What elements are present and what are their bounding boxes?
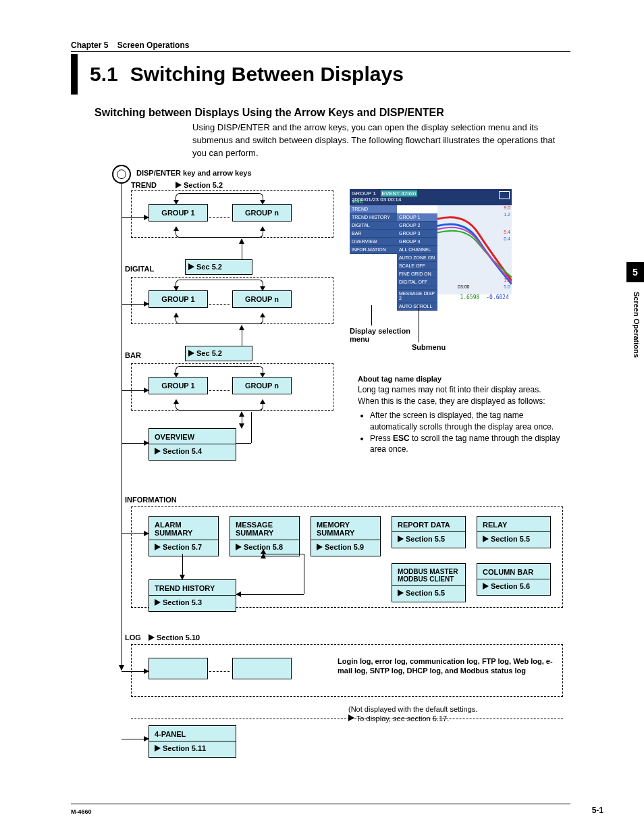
loop-arrows xyxy=(176,193,263,204)
line xyxy=(236,443,251,444)
arrow xyxy=(122,217,149,218)
report-data-box: REPORT DATA Section 5.5 xyxy=(392,516,466,548)
about-p1: Long tag names may not fit into their di… xyxy=(358,384,560,407)
loop-arrows xyxy=(176,313,263,324)
menu-callout: Display selection menu xyxy=(350,327,424,343)
screenshot-menu: TREND TREND HISTORY DIGITAL BAR OVERVIEW… xyxy=(350,205,397,254)
triangle-icon xyxy=(155,448,161,454)
triangle-icon xyxy=(155,544,161,550)
box-title: MESSAGE SUMMARY xyxy=(236,521,294,537)
log-label: LOG xyxy=(125,633,141,642)
arrow xyxy=(122,443,149,444)
box-title: ALARM SUMMARY xyxy=(155,521,213,537)
digital-group1: GROUP 1 xyxy=(149,290,208,308)
box-title: MODBUS MASTER MODBUS CLIENT xyxy=(398,568,460,583)
arrow xyxy=(182,554,183,579)
intro-paragraph: Using DISP/ENTER and the arrow keys, you… xyxy=(192,122,570,160)
header-title: Screen Operations xyxy=(117,41,190,50)
footer-rule xyxy=(71,804,570,804)
up-arrow xyxy=(242,325,242,346)
triangle-icon xyxy=(176,182,182,188)
arrow xyxy=(122,304,149,305)
chapter-tab: 5 xyxy=(626,262,644,282)
triangle-icon xyxy=(236,544,242,550)
subheading: Switching between Displays Using the Arr… xyxy=(95,107,444,119)
page-header: Chapter 5 Screen Operations xyxy=(71,41,570,52)
dash xyxy=(209,217,230,218)
about-tag-name: About tag name display Long tag names ma… xyxy=(358,374,560,458)
dash xyxy=(209,304,230,305)
trend-label: TREND xyxy=(131,181,157,189)
relay-box: RELAY Section 5.5 xyxy=(477,516,551,548)
display-screenshot: GROUP 1 EVENT 47min 2006/01/23 03:00:14 … xyxy=(350,189,512,304)
bar-groupn: GROUP n xyxy=(232,377,292,394)
start-icon xyxy=(112,165,131,184)
triangle-icon xyxy=(149,634,155,641)
dash xyxy=(209,671,230,672)
triangle-icon xyxy=(155,745,161,752)
memory-summary-box: MEMORY SUMMARY Section 5.9 xyxy=(311,516,381,556)
trend-group1: GROUP 1 xyxy=(149,204,208,221)
information-label: INFORMATION xyxy=(125,496,177,504)
screenshot-header: GROUP 1 EVENT 47min 2006/01/23 03:00:14 … xyxy=(350,189,512,205)
dash xyxy=(209,390,230,391)
triangle-icon xyxy=(398,536,404,542)
digital-section-box: Sec 5.2 xyxy=(185,259,252,275)
4panel-box: 4-PANEL Section 5.11 xyxy=(149,725,236,758)
triangle-icon xyxy=(398,590,404,596)
box-title: REPORT DATA xyxy=(398,521,460,529)
box-title: MEMORY SUMMARY xyxy=(317,521,375,537)
log-box xyxy=(232,658,292,679)
arrow xyxy=(122,390,149,391)
screenshot-plot: 9.0 1.2 5.4 0.4 1.2 5.0 03:00 xyxy=(437,205,512,294)
log-description: Login log, error log, communication log,… xyxy=(338,656,554,676)
trend-groupn: GROUP n xyxy=(232,204,292,221)
to-display-note: To display, see section 6.17. xyxy=(348,714,449,723)
about-bullet-1: After the screen is displayed, the tag n… xyxy=(370,410,560,433)
trend-history-box: TREND HISTORY Section 5.3 xyxy=(149,579,236,612)
trend-section-ref: Section 5.2 xyxy=(176,181,223,189)
line xyxy=(304,554,304,594)
column-bar-box: COLUMN BAR Section 5.6 xyxy=(477,563,551,596)
bar-label: BAR xyxy=(125,351,141,359)
triangle-icon xyxy=(317,544,323,550)
footer-doc-id: M-4660 xyxy=(71,808,92,815)
overview-label: OVERVIEW xyxy=(155,433,230,441)
title-accent-bar xyxy=(71,54,78,95)
digital-groupn: GROUP n xyxy=(232,290,292,308)
loop-arrows xyxy=(176,280,263,290)
flowchart: DISP/ENTER key and arrow keys TREND Sect… xyxy=(108,165,574,773)
loop-arrows xyxy=(176,227,263,238)
camera-icon xyxy=(499,191,510,199)
screenshot-values: 1.6598 -0.6024 xyxy=(404,294,512,304)
triangle-icon xyxy=(348,714,354,721)
submenu-callout: Submenu xyxy=(412,343,446,351)
line xyxy=(263,554,304,554)
triangle-icon xyxy=(483,536,489,542)
modbus-box: MODBUS MASTER MODBUS CLIENT Section 5.5 xyxy=(392,563,466,602)
alarm-summary-box: ALARM SUMMARY Section 5.7 xyxy=(149,516,219,556)
about-bullet-2: Press ESC to scroll the tag name through… xyxy=(370,433,560,456)
log-section-ref: Section 5.10 xyxy=(149,633,200,642)
digital-label: DIGITAL xyxy=(125,265,154,273)
bar-section-box: Sec 5.2 xyxy=(185,346,252,361)
triangle-icon xyxy=(483,583,489,590)
arrow xyxy=(122,739,149,739)
triangle-icon xyxy=(155,599,161,606)
up-arrow xyxy=(242,239,242,259)
box-title: 4-PANEL xyxy=(155,730,230,738)
callout-line xyxy=(371,305,372,325)
chapter-label: Chapter 5 xyxy=(71,41,108,50)
arrow xyxy=(122,671,149,672)
loop-arrows xyxy=(176,366,263,377)
section-title: 5.1 Switching Between Displays xyxy=(71,54,404,95)
dash xyxy=(131,719,563,719)
log-box xyxy=(149,658,208,679)
triangle-icon xyxy=(188,350,194,357)
box-title: RELAY xyxy=(483,521,545,529)
line xyxy=(251,412,252,443)
start-label: DISP/ENTER key and arrow keys xyxy=(136,169,252,177)
main-spine xyxy=(122,184,122,670)
section-number: 5.1 xyxy=(90,63,118,86)
overview-box: OVERVIEW Section 5.4 xyxy=(149,428,236,461)
